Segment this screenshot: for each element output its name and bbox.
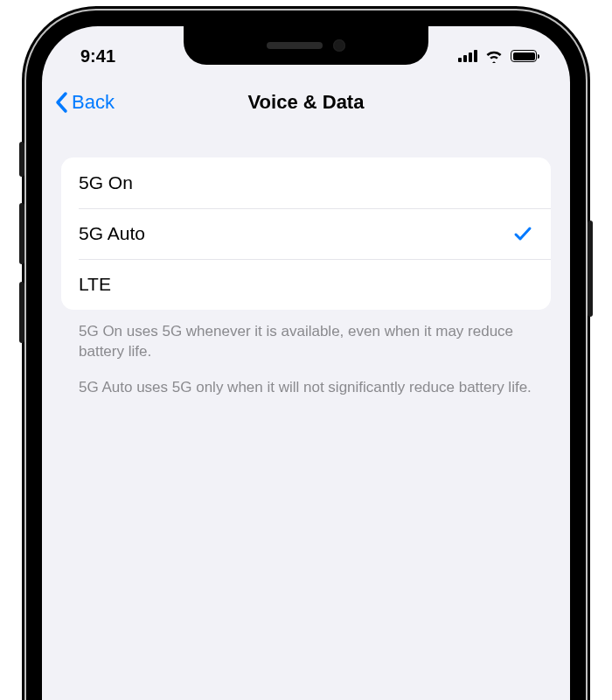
status-time: 9:41 xyxy=(80,38,115,66)
footer-line-2: 5G Auto uses 5G only when it will not si… xyxy=(79,378,533,398)
phone-frame: 9:41 xyxy=(26,10,586,700)
footer-line-1: 5G On uses 5G whenever it is available, … xyxy=(79,322,533,362)
option-label: 5G Auto xyxy=(79,223,145,244)
volume-down-button xyxy=(19,282,24,343)
speaker-grille xyxy=(267,42,323,49)
front-camera xyxy=(333,39,345,52)
cellular-signal-icon xyxy=(458,50,477,62)
checkmark-icon xyxy=(512,223,533,244)
option-label: LTE xyxy=(79,274,111,295)
mute-switch xyxy=(19,142,24,177)
back-button[interactable]: Back xyxy=(54,90,115,115)
status-indicators xyxy=(458,40,537,63)
nav-bar: Back Voice & Data xyxy=(42,77,570,128)
chevron-left-icon xyxy=(54,90,70,115)
option-5g-auto[interactable]: 5G Auto xyxy=(61,208,551,259)
power-button xyxy=(588,220,593,317)
back-label: Back xyxy=(72,91,115,114)
option-label: 5G On xyxy=(79,172,133,193)
screen: 9:41 xyxy=(42,26,570,700)
wifi-icon xyxy=(484,49,504,63)
footer-description: 5G On uses 5G whenever it is available, … xyxy=(61,310,551,398)
page-title: Voice & Data xyxy=(248,91,365,114)
content: 5G On 5G Auto LTE 5G On uses 5G whenever… xyxy=(42,128,570,398)
option-lte[interactable]: LTE xyxy=(61,259,551,310)
option-5g-on[interactable]: 5G On xyxy=(61,158,551,208)
battery-icon xyxy=(511,50,537,62)
volume-up-button xyxy=(19,203,24,264)
notch xyxy=(184,26,428,65)
options-list: 5G On 5G Auto LTE xyxy=(61,158,551,310)
